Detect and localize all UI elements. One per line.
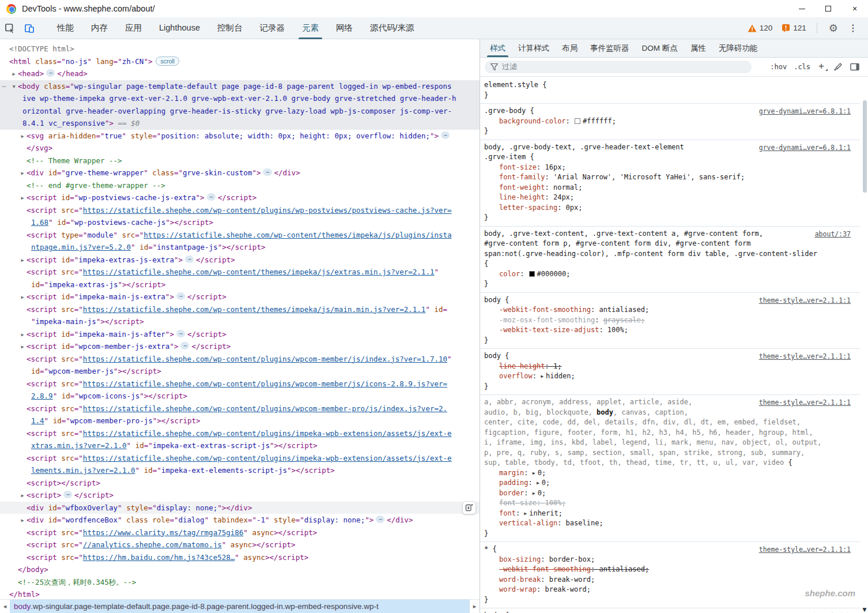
minimize-button[interactable] [788, 0, 815, 17]
dom-tree-row[interactable]: </body> [0, 563, 480, 576]
dom-tree-row[interactable]: 2.8.9" id="wpcom-icons-js"></script> [0, 390, 480, 403]
dom-tree-row[interactable]: ▶<script id="impeka-main-js-extra">⋯</sc… [0, 291, 480, 303]
dom-tree-row[interactable]: id="wpcom-member-js"></script> [0, 365, 480, 378]
dom-tree-row[interactable]: ▶<script id="wpcom-member-js-extra">⋯</s… [0, 340, 480, 353]
expand-arrow-icon[interactable]: ▶ [18, 291, 27, 304]
close-button[interactable]: × [841, 0, 868, 17]
css-declaration[interactable]: font-size: 16px; [484, 163, 860, 173]
expand-inline-button[interactable]: ⋯ [441, 131, 450, 139]
expand-arrow-icon[interactable]: ▶ [18, 254, 27, 267]
dom-tree-row[interactable]: <script src="https://staticfile.shephe.c… [0, 353, 480, 366]
css-declaration[interactable]: word-wrap: break-word; [484, 585, 860, 595]
dom-tree-row[interactable]: <script src="https://staticfile.shephe.c… [0, 403, 480, 415]
css-declaration[interactable]: color: #000000; [484, 269, 860, 280]
dom-tree-row[interactable]: ▶<div id="grve-theme-wrapper" class="grv… [0, 167, 480, 179]
expand-inline-button[interactable]: ⋯ [376, 516, 384, 523]
more-options-button[interactable]: ⋮ [848, 22, 858, 33]
sidebar-tab-布局[interactable]: 布局 [556, 39, 584, 57]
rule-selector[interactable]: figcaption, figure, footer, form, h1, h2… [484, 428, 860, 438]
expand-inline-button[interactable]: ⋯ [180, 342, 189, 349]
rule-selector[interactable]: span:not(.grve-heading-color), .mfp-cont… [484, 249, 860, 260]
issues-badge[interactable]: 121 [782, 24, 806, 32]
css-declaration[interactable]: padding: ▶0; [484, 478, 860, 488]
dom-tree-row[interactable]: <script src="https://staticfile.shephe.c… [0, 303, 480, 316]
rule-selector[interactable]: #grve-content form p, #grve-content form… [484, 239, 860, 249]
dom-tree-row[interactable]: <!-- end #grve-theme-wrapper --> [0, 179, 480, 192]
expand-arrow-icon[interactable]: ▶ [7, 82, 20, 91]
dom-tree-row[interactable]: </html> [0, 588, 480, 599]
dom-tree-row[interactable]: <script src="https://staticfile.shephe.c… [0, 427, 480, 440]
dom-tree-row[interactable]: <script src="https://staticfile.shephe.c… [0, 204, 480, 217]
css-declaration[interactable]: font-weight: normal; [484, 183, 860, 193]
styles-scrollbar[interactable] [862, 97, 867, 613]
expand-inline-button[interactable]: ⋯ [207, 193, 216, 201]
expand-inline-button[interactable]: ⋯ [63, 491, 72, 498]
css-declaration[interactable]: letter-spacing: 0px; [484, 203, 860, 213]
css-declaration[interactable]: font-size: 100%; [484, 498, 860, 509]
rule-selector[interactable]: element.style { [484, 80, 860, 91]
dom-tree-row[interactable]: ntpage.min.js?ver=5.2.0" id="instantpage… [0, 241, 480, 254]
expand-arrow-icon[interactable]: ▶ [18, 341, 27, 353]
expand-value-icon[interactable]: ▶ [524, 511, 527, 516]
css-declaration[interactable]: -webkit-text-size-adjust: 100%; [484, 325, 860, 336]
expand-value-icon[interactable]: ▶ [537, 480, 539, 486]
dom-tree-row[interactable]: <script src="https://hm.baidu.com/hm.js?… [0, 551, 480, 564]
sidebar-tab-无障碍功能[interactable]: 无障碍功能 [712, 39, 764, 57]
css-declaration[interactable]: font-family: 'Arial Narrow', 'Microsoft … [484, 172, 860, 183]
dom-tree-row[interactable]: <div id="wfboxOverlay" style="display: n… [0, 502, 480, 514]
dom-tree-row[interactable]: lements.min.js?ver=2.1.0" id="impeka-ext… [0, 464, 480, 477]
css-declaration[interactable]: -moz-osx-font-smoothing: grayscale; [484, 315, 860, 326]
dom-tree-row[interactable]: "impeka-main-js"></script> [0, 315, 480, 328]
css-declaration[interactable]: -webkit-font-smoothing: antialiased; [484, 565, 860, 575]
dom-tree-row[interactable]: 1.4" id="wpcom-member-pro-js"></script> [0, 415, 480, 427]
dom-tree-row[interactable]: <script src="https://www.clarity.ms/tag/… [0, 526, 480, 539]
color-swatch[interactable] [529, 271, 535, 277]
css-declaration[interactable]: -webkit-font-smoothing: antialiased; [484, 305, 860, 315]
dom-tree-row[interactable]: ⋯▶<body class="wp-singular page-template… [0, 80, 480, 93]
rule-selector[interactable]: i, iframe, img, ins, kbd, label, legend,… [484, 438, 860, 448]
dom-tree-row[interactable]: <html class="no-js" lang="zh-CN">scroll [0, 55, 480, 68]
stylesheet-source-link[interactable]: theme-style…ver=2.1.1:1 [757, 398, 851, 408]
rule-selector[interactable]: p, pre, q, ruby, s, samp, section, small… [484, 448, 860, 458]
sidebar-tab-事件监听器[interactable]: 事件监听器 [584, 39, 636, 57]
dom-tree-row[interactable]: </svg> [0, 142, 480, 155]
dom-tree-row[interactable]: <script src="//analytics.shephe.com/mato… [0, 539, 480, 551]
rendering-button[interactable] [829, 62, 846, 72]
maximize-button[interactable] [815, 0, 841, 17]
sidebar-tab-样式[interactable]: 样式 [484, 39, 512, 57]
dom-tree-row[interactable]: <script src="https://staticfile.shephe.c… [0, 452, 480, 465]
dom-tree-row[interactable]: <script src="https://staticfile.shephe.c… [0, 378, 480, 390]
dom-tree-row[interactable]: xtras.min.js?ver=2.1.0" id="impeka-ext-e… [0, 439, 480, 452]
css-declaration[interactable]: overflow: ▶hidden; [484, 371, 860, 382]
dom-tree-row[interactable]: <script src="https://staticfile.shephe.c… [0, 266, 480, 279]
tab-应用[interactable]: 应用 [116, 17, 150, 39]
dom-tree-row[interactable]: <script></script> [0, 477, 480, 490]
rule-selector[interactable]: sup, table, tbody, td, tfoot, th, thead,… [484, 458, 860, 468]
expand-arrow-icon[interactable]: ▶ [18, 490, 27, 502]
tab-Lighthouse[interactable]: Lighthouse [150, 17, 209, 39]
rule-selector[interactable]: .grve-item { [484, 152, 860, 163]
dom-tree-row[interactable]: <script type="module" src="https://stati… [0, 229, 480, 242]
hov-toggle-button[interactable]: :hov [767, 63, 790, 71]
css-declaration[interactable]: word-break: break-word; [484, 575, 860, 585]
stylesheet-source-link[interactable]: grve-dynami…ver=6.8.1:1 [757, 143, 851, 153]
stylesheet-source-link[interactable]: theme-style…ver=2.1.1:1 [757, 545, 851, 555]
dom-tree-row[interactable]: 8.4.1 vc_responsive"> == $0 [0, 117, 480, 130]
dom-tree-row[interactable]: orizontal grve-header-overlapping grve-h… [0, 105, 480, 118]
css-declaration[interactable]: line-height: 1; [484, 362, 860, 372]
dom-tree-row[interactable]: <!--25次查询，耗时0.345秒。--> [0, 576, 480, 589]
expand-arrow-icon[interactable]: ▶ [18, 167, 27, 180]
breadcrumb-scroll-right-button[interactable]: ▸ [470, 600, 480, 613]
tab-控制台[interactable]: 控制台 [209, 17, 251, 39]
sidebar-tab-计算样式[interactable]: 计算样式 [512, 39, 556, 57]
dom-tree-row[interactable]: <!-- Theme Wrapper --> [0, 155, 480, 167]
rule-selector[interactable]: audio, b, big, blockquote, body, canvas,… [484, 408, 860, 418]
tab-内存[interactable]: 内存 [82, 17, 116, 39]
device-toolbar-button[interactable] [20, 17, 39, 39]
breadcrumb-scroll-left-button[interactable]: ◂ [0, 600, 10, 613]
tab-性能[interactable]: 性能 [48, 17, 82, 39]
dom-tree-row[interactable]: <!DOCTYPE html> [0, 43, 480, 55]
css-declaration[interactable]: vertical-align: baseline; [484, 518, 860, 529]
dom-tree-row[interactable]: 1.68" id="wp-postviews-cache-js"></scrip… [0, 216, 480, 229]
rule-selector[interactable]: { [484, 259, 860, 269]
